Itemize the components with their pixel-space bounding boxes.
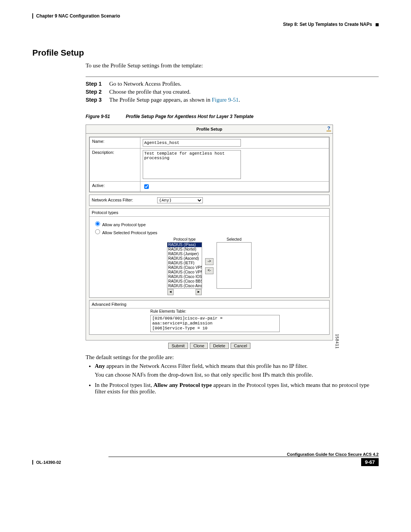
list-item[interactable]: RADIUS (Cisco VPN 5000 xyxy=(167,265,202,270)
list-item[interactable]: RADIUS (Cisco Aironet) xyxy=(167,284,202,288)
divider xyxy=(86,77,379,77)
active-label: Active: xyxy=(90,182,140,192)
delete-button[interactable]: Delete xyxy=(210,343,229,349)
step-title: Step 8: Set Up Templates to Create NAPs xyxy=(283,22,372,27)
footer-doc-id: OL-14390-02 xyxy=(32,460,61,465)
list-item: In the Protocol types list, Allow any Pr… xyxy=(95,382,379,395)
list-item[interactable]: RADIUS (IPass) xyxy=(167,243,202,247)
screenshot-figure: Profile Setup ? Name: Description: Test … xyxy=(86,125,333,349)
name-input[interactable] xyxy=(143,139,241,147)
protocol-type-listbox[interactable]: RADIUS (IPass) RADIUS (Nortel) RADIUS (J… xyxy=(167,242,202,289)
list-item[interactable]: RADIUS (Cisco VPN 3000 xyxy=(167,270,202,275)
step-row: Step 3 The Profile Setup page appears, a… xyxy=(86,97,379,103)
active-checkbox[interactable] xyxy=(144,184,149,189)
naf-select[interactable]: (Any) xyxy=(157,197,203,203)
submit-button[interactable]: Submit xyxy=(168,343,188,349)
step-label: Step 3 xyxy=(86,97,109,103)
selected-listbox[interactable] xyxy=(217,242,252,289)
radio-allow-any-label: Allow any Protocol type xyxy=(102,222,145,227)
page-number: 9-67 xyxy=(361,458,379,466)
step-text: The Profile Setup page appears, as shown… xyxy=(109,97,379,103)
list-item[interactable]: RADIUS (IETF) xyxy=(167,261,202,265)
list-item[interactable]: RADIUS (Nortel) xyxy=(167,247,202,252)
step-row: Step 2 Choose the profile that you creat… xyxy=(86,89,379,95)
step-label: Step 1 xyxy=(86,81,109,87)
footer-guide-title: Configuration Guide for Cisco Secure ACS… xyxy=(32,452,379,457)
selected-col-header: Selected xyxy=(227,237,242,241)
step-row: Step 1 Go to Network Access Profiles. xyxy=(86,81,379,87)
rule-elements-table: [026/009/001]cisco-av-pair = aaa:service… xyxy=(150,315,280,332)
header-square-icon xyxy=(376,23,379,26)
name-label: Name: xyxy=(90,137,140,149)
running-header-left: Chapter 9 NAC Configuration Scenario xyxy=(32,13,379,19)
figure-number: Figure 9-51 xyxy=(86,114,110,119)
section-heading: Profile Setup xyxy=(32,48,379,58)
help-icon[interactable]: ? xyxy=(327,126,331,131)
figure-caption-text: Profile Setup Page for Agentless Host fo… xyxy=(126,114,253,119)
scroll-right-icon[interactable]: ► xyxy=(196,289,202,295)
step-text: Go to Network Access Profiles. xyxy=(109,81,379,87)
radio-allow-selected-label: Allow Selected Protocol types xyxy=(102,230,157,235)
move-left-button[interactable]: <- xyxy=(205,267,213,274)
list-item[interactable]: RADIUS (Cisco Airespace xyxy=(167,288,202,289)
running-header-right: Step 8: Set Up Templates to Create NAPs xyxy=(32,22,379,27)
radio-allow-any[interactable] xyxy=(95,221,100,226)
description-label: Description: xyxy=(90,149,140,182)
list-item[interactable]: RADIUS (Juniper) xyxy=(167,252,202,256)
advanced-filtering-header: Advanced Filtering xyxy=(89,300,329,308)
figure-link[interactable]: Figure 9-51 xyxy=(212,97,239,103)
step-text: Choose the profile that you created. xyxy=(109,89,379,95)
panel-title: Profile Setup xyxy=(196,127,222,131)
radio-allow-selected[interactable] xyxy=(95,229,100,234)
cancel-button[interactable]: Cancel xyxy=(231,343,250,349)
protocol-types-header: Protocol types xyxy=(89,209,329,217)
clone-button[interactable]: Clone xyxy=(190,343,208,349)
list-item[interactable]: RADIUS (Cisco BBSM) xyxy=(167,279,202,284)
figure-caption: Figure 9-51 Profile Setup Page for Agent… xyxy=(86,114,379,119)
step-label: Step 2 xyxy=(86,89,109,95)
list-item[interactable]: RADIUS (Cisco IOS/PIX 6 xyxy=(167,275,202,279)
defaults-lead: The default settings for the profile are… xyxy=(86,354,379,361)
description-textarea[interactable]: Test template for agentless host process… xyxy=(143,150,241,179)
image-id: 158411 xyxy=(335,334,339,349)
rule-elements-label: Rule Elements Table: xyxy=(89,308,329,314)
list-item: Any appears in the Network Access Filter… xyxy=(95,363,379,378)
bullet-list: Any appears in the Network Access Filter… xyxy=(86,363,379,395)
move-right-button[interactable]: -> xyxy=(205,258,213,265)
scroll-left-icon[interactable]: ◄ xyxy=(167,289,174,295)
protocol-type-col-header: Protocol type xyxy=(174,237,196,241)
list-item[interactable]: RADIUS (Ascend) xyxy=(167,256,202,261)
chapter-label: Chapter 9 NAC Configuration Scenario xyxy=(36,13,120,19)
intro-text: To use the Profile Setup settings from t… xyxy=(86,62,379,69)
naf-label: Network Access Filter: xyxy=(92,198,133,202)
